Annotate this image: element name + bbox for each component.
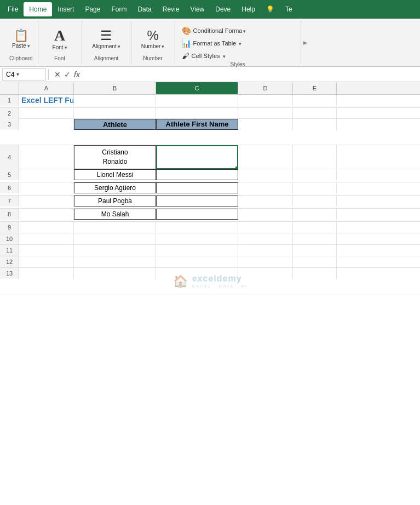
cell-a9[interactable]	[19, 222, 74, 233]
cell-a1[interactable]: Excel LEFT Function	[19, 95, 74, 106]
cell-c11[interactable]	[156, 245, 238, 256]
ribbon-expand[interactable]: ▶	[301, 21, 309, 65]
cell-b5[interactable]: Lionel Messi	[74, 169, 156, 180]
cell-b4[interactable]: CristianoRonaldo	[74, 145, 156, 169]
cell-d13[interactable]	[238, 268, 293, 279]
cell-d2[interactable]	[238, 108, 293, 119]
col-header-e[interactable]: E	[293, 82, 337, 94]
cell-d3[interactable]	[238, 119, 293, 130]
table-row: 13 🏠 exceldemy EXCEL · DATA · BI	[0, 268, 420, 295]
paste-button[interactable]: 📋 Paste▾	[9, 28, 33, 50]
col-header-d[interactable]: D	[238, 82, 293, 94]
cell-e9[interactable]	[293, 222, 337, 233]
cell-c5[interactable]	[156, 169, 238, 180]
cell-d11[interactable]	[238, 245, 293, 256]
cell-c3[interactable]: Athlete First Name	[156, 119, 238, 130]
cell-b8[interactable]: Mo Salah	[74, 209, 156, 220]
cell-a11[interactable]	[19, 245, 74, 256]
expand-icon: ▶	[303, 40, 307, 45]
cell-b1[interactable]	[74, 95, 156, 106]
cell-d1[interactable]	[238, 95, 293, 106]
cell-a7[interactable]	[19, 196, 74, 206]
cell-d7[interactable]	[238, 196, 293, 206]
conditional-format-button[interactable]: 🎨 Conditional Forma▾	[180, 25, 249, 36]
cell-a3[interactable]	[19, 119, 74, 130]
formula-fx-icon[interactable]: fx	[74, 70, 80, 79]
cell-c4[interactable]	[156, 145, 238, 169]
cell-d9[interactable]	[238, 222, 293, 233]
row-header-9: 9	[0, 222, 19, 233]
cell-c13[interactable]	[156, 268, 238, 279]
cell-b2[interactable]	[74, 108, 156, 119]
cell-d4[interactable]	[238, 145, 293, 169]
cell-d10[interactable]	[238, 233, 293, 244]
format-table-button[interactable]: 📊 Format as Table ▾	[180, 38, 244, 49]
formula-confirm-icon[interactable]: ✓	[64, 70, 71, 79]
cell-c7[interactable]	[156, 196, 238, 206]
menu-extra[interactable]: Te	[280, 2, 298, 16]
menu-insert[interactable]: Insert	[52, 2, 79, 16]
cell-a2[interactable]	[19, 108, 74, 119]
number-button[interactable]: % Number▾	[138, 27, 168, 51]
cell-d5[interactable]	[238, 169, 293, 180]
cell-e2[interactable]	[293, 108, 337, 119]
menu-file[interactable]: File	[2, 2, 24, 16]
cell-a10[interactable]	[19, 233, 74, 244]
cell-b12[interactable]	[74, 256, 156, 267]
menu-page[interactable]: Page	[79, 2, 106, 16]
cell-c8[interactable]	[156, 209, 238, 220]
menu-help[interactable]: Help	[236, 2, 261, 16]
cell-b3[interactable]: Athlete	[74, 119, 156, 130]
cell-e12[interactable]	[293, 256, 337, 267]
cell-e10[interactable]	[293, 233, 337, 244]
cell-b9[interactable]	[74, 222, 156, 233]
cell-b11[interactable]	[74, 245, 156, 256]
cell-d8[interactable]	[238, 209, 293, 220]
cell-b13[interactable]	[74, 268, 156, 279]
font-button[interactable]: A Font▾	[49, 26, 71, 52]
menu-lightbulb[interactable]: 💡	[261, 2, 280, 16]
cell-d12[interactable]	[238, 256, 293, 267]
formula-cancel-icon[interactable]: ✕	[54, 70, 61, 79]
cell-a13[interactable]	[19, 268, 74, 279]
cell-a5[interactable]	[19, 169, 74, 180]
cell-b6[interactable]: Sergio Agüero	[74, 182, 156, 193]
cell-e8[interactable]	[293, 209, 337, 220]
alignment-button[interactable]: ☰ Alignment▾	[89, 27, 123, 51]
cell-e5[interactable]	[293, 169, 337, 180]
cell-a8[interactable]	[19, 209, 74, 220]
cell-c12[interactable]	[156, 256, 238, 267]
cell-c6[interactable]	[156, 182, 238, 193]
menu-home[interactable]: Home	[24, 2, 52, 16]
cell-b10[interactable]	[74, 233, 156, 244]
alignment-label: Alignment	[94, 55, 118, 62]
cell-a12[interactable]	[19, 256, 74, 267]
menu-formulas[interactable]: Form	[106, 2, 132, 16]
cell-b7[interactable]: Paul Pogba	[74, 196, 156, 206]
cell-e13[interactable]	[293, 268, 337, 279]
cell-c10[interactable]	[156, 233, 238, 244]
cell-c9[interactable]	[156, 222, 238, 233]
menu-review[interactable]: Revie	[157, 2, 185, 16]
cell-styles-button[interactable]: 🖌 Cell Styles ▾	[180, 50, 228, 61]
col-header-b[interactable]: B	[74, 82, 156, 94]
cell-e7[interactable]	[293, 196, 337, 206]
cell-e3[interactable]	[293, 119, 337, 130]
cell-a6[interactable]	[19, 182, 74, 193]
menu-data[interactable]: Data	[132, 2, 157, 16]
cell-c2[interactable]	[156, 108, 238, 119]
col-header-c[interactable]: C	[156, 82, 238, 94]
formula-input[interactable]	[83, 70, 418, 79]
cell-e6[interactable]	[293, 182, 337, 193]
cell-d6[interactable]	[238, 182, 293, 193]
cell-e4[interactable]	[293, 145, 337, 169]
menu-developer[interactable]: Deve	[210, 2, 236, 16]
row-header-11: 11	[0, 245, 19, 256]
cell-c1[interactable]	[156, 95, 238, 106]
cell-e11[interactable]	[293, 245, 337, 256]
cell-a4[interactable]	[19, 145, 74, 169]
col-header-a[interactable]: A	[19, 82, 74, 94]
cell-e1[interactable]	[293, 95, 337, 106]
cell-reference-box[interactable]: C4 ▾	[2, 68, 46, 81]
menu-view[interactable]: View	[185, 2, 210, 16]
